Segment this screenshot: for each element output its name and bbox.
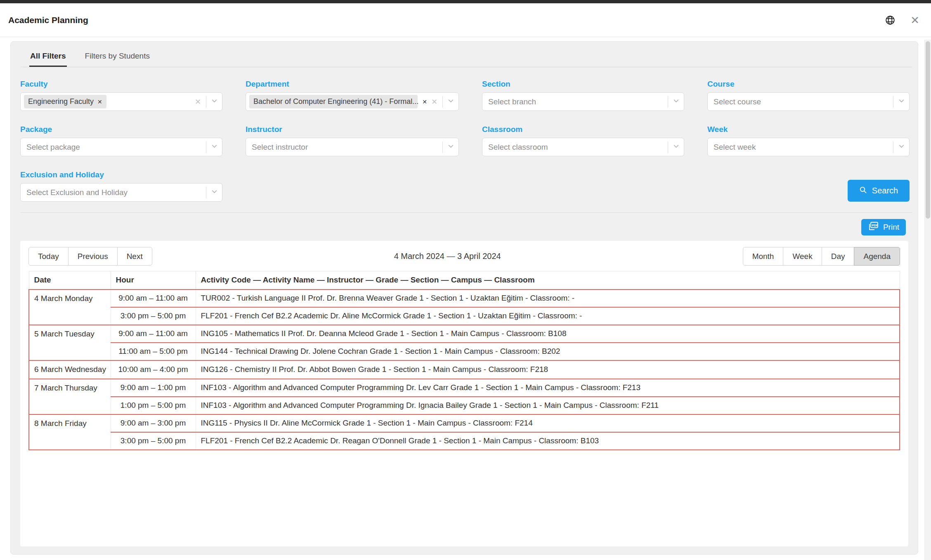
faculty-label: Faculty xyxy=(20,80,222,89)
activity-cell: INF103 - Algorithm and Advanced Computer… xyxy=(196,379,900,397)
exclusion-holiday-select[interactable]: Select Exclusion and Holiday xyxy=(20,183,222,202)
tab-all-filters[interactable]: All Filters xyxy=(29,47,67,67)
filter-tabs: All Filters Filters by Students xyxy=(20,47,912,67)
department-select[interactable]: Bachelor of Computer Engineering (41) - … xyxy=(246,92,459,111)
section-placeholder: Select branch xyxy=(486,97,536,106)
date-cell: 7 March Thursday xyxy=(29,379,111,414)
agenda-row[interactable]: 11:00 am – 5:00 pmING144 - Technical Dra… xyxy=(29,343,900,360)
section-select[interactable]: Select branch xyxy=(482,92,684,111)
agenda-row[interactable]: 3:00 pm – 5:00 pmFLF201 - French Cef B2.… xyxy=(29,432,900,450)
section-label: Section xyxy=(482,80,684,89)
activity-cell: TUR002 - Turkish Language II Prof. Dr. B… xyxy=(196,289,900,307)
chevron-down-icon[interactable] xyxy=(447,97,454,106)
next-button[interactable]: Next xyxy=(117,247,152,266)
classroom-select[interactable]: Select classroom xyxy=(482,138,684,156)
week-select[interactable]: Select week xyxy=(707,138,910,156)
filters-grid: Faculty Engineering Faculty ✕ ✕ Departme… xyxy=(20,80,912,202)
agenda-row[interactable]: 7 March Thursday9:00 am – 1:00 pmINF103 … xyxy=(29,379,900,397)
filters-panel: All Filters Filters by Students Faculty … xyxy=(10,41,918,555)
agenda-date-group: 7 March Thursday9:00 am – 1:00 pmINF103 … xyxy=(29,379,900,414)
filter-department: Department Bachelor of Computer Engineer… xyxy=(246,80,459,111)
chevron-down-icon[interactable] xyxy=(211,143,218,151)
print-button[interactable]: PDF Print xyxy=(861,219,906,235)
chevron-down-icon[interactable] xyxy=(898,97,905,106)
activity-cell: ING126 - Chemistry II Prof. Dr. Abbot Bo… xyxy=(196,360,900,379)
view-button-group: Month Week Day Agenda xyxy=(743,247,900,266)
chevron-down-icon[interactable] xyxy=(673,97,680,106)
faculty-clear-icon[interactable]: ✕ xyxy=(195,97,201,106)
chevron-down-icon[interactable] xyxy=(211,97,218,106)
filter-package: Package Select package xyxy=(20,125,222,156)
chevron-down-icon[interactable] xyxy=(673,143,680,151)
week-placeholder: Select week xyxy=(711,143,756,152)
instructor-label: Instructor xyxy=(246,125,459,134)
agenda-row[interactable]: 5 March Tuesday9:00 am – 11:00 amING105 … xyxy=(29,325,900,343)
department-clear-icon[interactable]: ✕ xyxy=(431,97,437,106)
calendar-card: Today Previous Next 4 March 2024 — 3 Apr… xyxy=(20,241,908,546)
vertical-scrollbar[interactable] xyxy=(924,40,931,560)
page-title: Academic Planning xyxy=(8,15,88,25)
agenda-row[interactable]: 8 March Friday9:00 am – 3:00 pmING115 - … xyxy=(29,414,900,432)
activity-cell: FLF201 - French Cef B2.2 Academic Dr. Al… xyxy=(196,307,900,325)
chevron-down-icon[interactable] xyxy=(447,143,454,151)
agenda-row[interactable]: 6 March Wednesday10:00 am – 4:00 pmING12… xyxy=(29,360,900,379)
course-placeholder: Select course xyxy=(711,97,761,106)
page: Academic Planning ✕ All Filters Filters … xyxy=(0,0,931,560)
activity-cell: FLF201 - French Cef B2.2 Academic Dr. Re… xyxy=(196,432,900,450)
instructor-placeholder: Select instructor xyxy=(249,143,308,152)
view-day-button[interactable]: Day xyxy=(822,247,855,266)
close-icon[interactable]: ✕ xyxy=(910,15,919,26)
filter-week: Week Select week xyxy=(707,125,910,156)
filter-faculty: Faculty Engineering Faculty ✕ ✕ xyxy=(20,80,222,111)
agenda-row[interactable]: 3:00 pm – 5:00 pmFLF201 - French Cef B2.… xyxy=(29,307,900,325)
package-placeholder: Select package xyxy=(24,143,80,152)
agenda-row[interactable]: 1:00 pm – 5:00 pmINF103 - Algorithm and … xyxy=(29,397,900,414)
instructor-select[interactable]: Select instructor xyxy=(246,138,459,156)
faculty-select[interactable]: Engineering Faculty ✕ ✕ xyxy=(20,92,222,111)
classroom-label: Classroom xyxy=(482,125,684,134)
hour-cell: 9:00 am – 11:00 am xyxy=(111,289,196,307)
filter-course: Course Select course xyxy=(707,80,910,111)
package-select[interactable]: Select package xyxy=(20,138,222,156)
department-chip[interactable]: Bachelor of Computer Engineering (41) - … xyxy=(249,95,418,108)
faculty-chip-remove-icon[interactable]: ✕ xyxy=(97,99,102,105)
hour-cell: 11:00 am – 5:00 pm xyxy=(111,343,196,360)
today-button[interactable]: Today xyxy=(28,247,69,266)
hour-cell: 9:00 am – 3:00 pm xyxy=(111,414,196,432)
date-cell: 5 March Tuesday xyxy=(29,325,111,360)
agenda-date-group: 8 March Friday9:00 am – 3:00 pmING115 - … xyxy=(29,414,900,450)
chevron-down-icon[interactable] xyxy=(898,143,905,151)
filter-section: Section Select branch xyxy=(482,80,684,111)
scrollbar-thumb[interactable] xyxy=(926,41,930,219)
activity-cell: ING105 - Mathematics II Prof. Dr. Deanna… xyxy=(196,325,900,343)
filter-exclusion-holiday: Exclusion and Holiday Select Exclusion a… xyxy=(20,170,222,202)
app-header: Academic Planning ✕ xyxy=(0,3,931,37)
previous-button[interactable]: Previous xyxy=(68,247,118,266)
language-globe-icon[interactable] xyxy=(885,15,896,26)
search-button[interactable]: Search xyxy=(848,180,910,202)
date-range-title: 4 March 2024 — 3 April 2024 xyxy=(394,252,501,261)
svg-text:PDF: PDF xyxy=(872,224,878,227)
chevron-down-icon[interactable] xyxy=(211,188,218,197)
view-agenda-button[interactable]: Agenda xyxy=(854,247,900,266)
filter-classroom: Classroom Select classroom xyxy=(482,125,684,156)
hour-column-header: Hour xyxy=(111,271,196,289)
search-icon xyxy=(859,186,867,196)
pdf-icon: PDF xyxy=(868,221,879,233)
view-month-button[interactable]: Month xyxy=(743,247,784,266)
week-label: Week xyxy=(707,125,910,134)
hour-cell: 1:00 pm – 5:00 pm xyxy=(111,397,196,414)
course-select[interactable]: Select course xyxy=(707,92,910,111)
agenda-table: Date Hour Activity Code — Activity Name … xyxy=(28,271,900,450)
hour-cell: 3:00 pm – 5:00 pm xyxy=(111,307,196,325)
department-chip-label: Bachelor of Computer Engineering (41) - … xyxy=(253,97,418,106)
faculty-chip[interactable]: Engineering Faculty ✕ xyxy=(24,95,106,108)
tab-filters-by-students[interactable]: Filters by Students xyxy=(84,47,151,67)
view-week-button[interactable]: Week xyxy=(783,247,822,266)
agenda-date-group: 4 March Monday9:00 am – 11:00 amTUR002 -… xyxy=(29,289,900,325)
agenda-row[interactable]: 4 March Monday9:00 am – 11:00 amTUR002 -… xyxy=(29,289,900,307)
filter-instructor: Instructor Select instructor xyxy=(246,125,459,156)
department-label: Department xyxy=(246,80,459,89)
activity-cell: INF103 - Algorithm and Advanced Computer… xyxy=(196,397,900,414)
department-chip-remove-icon[interactable]: ✕ xyxy=(422,99,427,105)
